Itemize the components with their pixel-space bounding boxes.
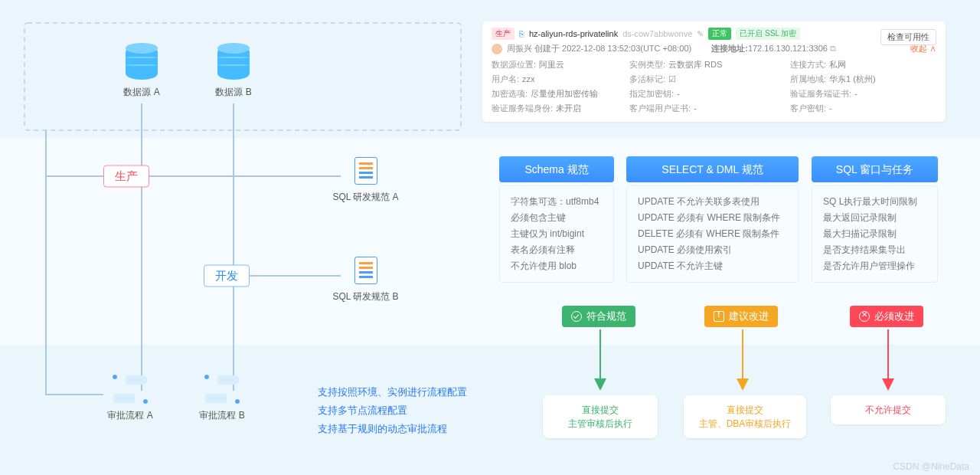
result-compliant: 直接提交主管审核后执行	[543, 395, 658, 438]
panel-kv: 数据源位置:阿里云	[492, 59, 614, 70]
badge-must-fix: 必须改进	[850, 306, 923, 327]
spec-item: 不允许使用 blob	[511, 258, 603, 274]
env-tag-prod: 生产	[103, 165, 149, 188]
spec-item: UPDATE 必须使用索引	[638, 242, 787, 258]
spec-item: 表名必须有注释	[511, 242, 603, 258]
datasource-name: hz-aliyun-rds-privatelink	[529, 29, 618, 38]
badge-compliant: 符合规范	[562, 306, 635, 327]
approval-flow-b: 审批流程 B	[199, 374, 245, 422]
spec-item: 主键仅为 int/bigint	[511, 226, 603, 242]
ssl-badge: 已开启 SSL 加密	[736, 28, 800, 40]
creator-line: 周振兴 创建于 2022-12-08 13:52:03(UTC +08:00)	[507, 43, 691, 54]
spec-item: DELETE 必须有 WHERE 限制条件	[638, 226, 787, 242]
spec-item: 最大扫描记录限制	[823, 226, 926, 242]
result-suggest: 直接提交主管、DBA审核后执行	[684, 395, 806, 438]
badge-suggest: 建议改进	[704, 306, 778, 327]
result-must-fix: 不允许提交	[831, 395, 946, 424]
col-dml-head: SELECT & DML 规范	[626, 156, 799, 182]
approval-a-label: 审批流程 A	[107, 409, 153, 422]
sql-spec-b-label: SQL 研发规范 B	[322, 290, 410, 303]
check-availability-button[interactable]: 检查可用性	[880, 29, 936, 45]
panel-kv: 用户名:zzx	[492, 74, 614, 85]
col-dml-body: UPDATE 不允许关联多表使用UPDATE 必须有 WHERE 限制条件DEL…	[626, 185, 799, 283]
col-schema-body: 字符集可选：utf8mb4必须包含主键主键仅为 int/bigint表名必须有注…	[499, 185, 614, 283]
document-icon	[354, 157, 377, 185]
datasource-b-label: 数据源 B	[211, 86, 256, 99]
watermark: CSDN @NineData	[893, 461, 969, 472]
alert-icon	[714, 311, 724, 322]
env-tag-dev: 开发	[204, 265, 250, 287]
approval-flow-a: 审批流程 A	[107, 374, 153, 422]
sql-spec-a: SQL 研发规范 A	[322, 157, 410, 211]
x-icon	[859, 311, 870, 322]
panel-kv: 所属地域:华东1 (杭州)	[790, 74, 897, 85]
spec-item: 字符集可选：utf8mb4	[511, 194, 603, 210]
sql-spec-a-label: SQL 研发规范 A	[322, 191, 410, 204]
panel-kv: 加密选项:尽量使用加密传输	[492, 88, 614, 100]
col-window-body: SQ L执行最大时间限制最大返回记录限制最大扫描记录限制是否支持结果集导出是否允…	[812, 185, 938, 283]
panel-kv: 验证服务端身份:未开启	[492, 103, 614, 114]
status-badge: 正常	[708, 28, 731, 40]
panel-kv: 客户密钥:-	[790, 103, 897, 114]
col-window-head: SQL 窗口与任务	[812, 156, 938, 182]
panel-kv: 连接方式:私网	[790, 59, 897, 70]
feature-list: 支持按照环境、实例进行流程配置支持多节点流程配置支持基于规则的动态审批流程	[318, 383, 467, 438]
spec-item: 是否支持结果集导出	[823, 242, 926, 258]
panel-kv: 指定加密钥:-	[629, 88, 775, 100]
datasource-b: 数据源 B	[211, 46, 256, 99]
spec-item: 最大返回记录限制	[823, 210, 926, 226]
spec-item: SQ L执行最大时间限制	[823, 194, 926, 210]
spec-item: 是否允许用户管理操作	[823, 258, 926, 274]
spec-item: 必须包含主键	[511, 210, 603, 226]
datasource-a-label: 数据源 A	[119, 86, 165, 99]
spec-item: UPDATE 不允许主键	[638, 258, 787, 274]
spec-item: UPDATE 必须有 WHERE 限制条件	[638, 210, 787, 226]
env-badge: 生产	[492, 28, 514, 40]
datasource-a: 数据源 A	[119, 46, 165, 99]
panel-kv: 实例类型:云数据库 RDS	[629, 59, 775, 70]
document-icon	[354, 257, 377, 284]
spec-item: UPDATE 不允许关联多表使用	[638, 194, 787, 210]
panel-kv: 验证服务端证书:-	[790, 88, 897, 100]
datasource-id: ds-cow7abbwonve	[622, 29, 692, 38]
approval-b-label: 审批流程 B	[199, 409, 245, 422]
panel-kv: 客户端用户证书:-	[629, 103, 775, 114]
col-schema-head: Schema 规范	[499, 156, 614, 182]
sql-spec-b: SQL 研发规范 B	[322, 257, 410, 310]
panel-kv: 多活标记:☑	[629, 74, 775, 85]
datasource-detail-panel: 检查可用性 生产 ⎘ hz-aliyun-rds-privatelink ds-…	[482, 21, 946, 122]
check-icon	[571, 311, 582, 322]
